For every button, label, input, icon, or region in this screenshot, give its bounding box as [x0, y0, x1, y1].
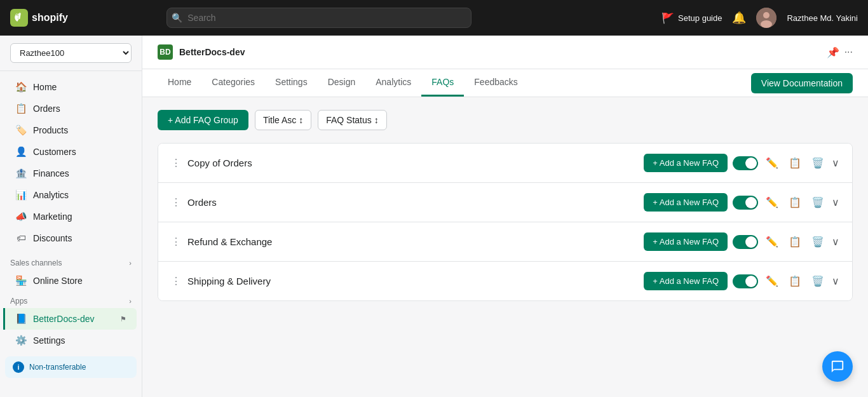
add-new-faq-button[interactable]: + Add a New FAQ: [644, 272, 728, 290]
sidebar-item-online-store[interactable]: 🏪 Online Store: [5, 270, 137, 292]
main-layout: Razthee100 🏠 Home 📋 Orders 🏷️ Products 👤…: [0, 36, 868, 397]
settings-icon: ⚙️: [15, 335, 27, 346]
copy-icon[interactable]: 📋: [786, 154, 804, 172]
table-row: ⋮ Shipping & Delivery + Add a New FAQ ✏️…: [158, 262, 852, 300]
faq-group-toggle[interactable]: [733, 274, 758, 288]
tab-settings[interactable]: Settings: [265, 69, 318, 97]
plugin-title-bar: BD BetterDocs-dev: [158, 36, 245, 69]
more-options-icon[interactable]: ···: [844, 46, 853, 58]
svg-point-2: [761, 20, 772, 28]
discounts-icon: 🏷: [15, 232, 27, 243]
add-new-faq-button[interactable]: + Add a New FAQ: [644, 154, 728, 172]
chevron-down-icon[interactable]: ∨: [832, 236, 839, 248]
top-nav-right: 🚩 Setup guide 🔔 Razthee Md. Yakini: [661, 8, 858, 28]
sidebar-label-marketing: Marketing: [33, 212, 72, 222]
edit-icon[interactable]: ✏️: [763, 194, 781, 211]
sidebar-nav: 🏠 Home 📋 Orders 🏷️ Products 👤 Customers …: [0, 71, 142, 253]
search-input[interactable]: [166, 8, 471, 28]
chevron-down-icon[interactable]: ∨: [832, 157, 839, 169]
sidebar-label-betterdocs: BetterDocs-dev: [33, 314, 94, 324]
chevron-down-icon[interactable]: ∨: [832, 275, 839, 287]
sales-channels-expand-icon[interactable]: ›: [129, 259, 132, 267]
sidebar-item-betterdocs[interactable]: 📘 BetterDocs-dev ⚑: [3, 308, 137, 330]
drag-handle-icon[interactable]: ⋮: [171, 236, 181, 248]
sidebar-item-settings[interactable]: ⚙️ Settings: [5, 330, 137, 351]
online-store-icon: 🏪: [15, 275, 27, 286]
chat-button[interactable]: [822, 351, 853, 382]
pin-icon[interactable]: 📌: [827, 46, 839, 58]
sidebar-label-products: Products: [33, 125, 68, 135]
setup-guide-button[interactable]: 🚩 Setup guide: [661, 12, 722, 24]
edit-icon[interactable]: ✏️: [763, 154, 781, 172]
sidebar-item-home[interactable]: 🏠 Home: [5, 76, 137, 98]
store-select[interactable]: Razthee100: [10, 43, 132, 63]
analytics-icon: 📊: [15, 189, 27, 201]
sidebar-label-finances: Finances: [33, 168, 69, 178]
delete-icon[interactable]: 🗑️: [809, 154, 827, 172]
search-icon: 🔍: [172, 13, 182, 23]
copy-icon[interactable]: 📋: [786, 273, 804, 290]
view-documentation-button[interactable]: View Documentation: [751, 73, 853, 93]
sidebar-label-customers: Customers: [33, 147, 76, 157]
tab-analytics[interactable]: Analytics: [365, 69, 421, 97]
add-faq-group-button[interactable]: + Add FAQ Group: [158, 110, 248, 130]
apps-expand-icon[interactable]: ›: [129, 297, 132, 305]
faq-status-dropdown[interactable]: FAQ Status ↕: [318, 110, 386, 130]
tab-categories[interactable]: Categories: [201, 69, 265, 97]
plugin-name: BetterDocs-dev: [179, 47, 245, 57]
customers-icon: 👤: [15, 146, 27, 158]
faq-group-name: Orders: [187, 197, 644, 208]
title-sort-dropdown[interactable]: Title Asc ↕: [255, 110, 311, 130]
faq-group-toggle[interactable]: [733, 156, 758, 170]
sidebar-item-products[interactable]: 🏷️ Products: [5, 119, 137, 141]
non-transferable-banner: i Non-transferable: [5, 356, 137, 378]
edit-icon[interactable]: ✏️: [763, 233, 781, 250]
marketing-icon: 📣: [15, 211, 27, 222]
sidebar-item-discounts[interactable]: 🏷 Discounts: [5, 227, 137, 248]
sidebar-label-discounts: Discounts: [33, 233, 72, 243]
copy-icon[interactable]: 📋: [786, 194, 804, 211]
bell-icon[interactable]: 🔔: [732, 11, 746, 25]
plugin-actions: 📌 ···: [827, 46, 853, 58]
add-new-faq-button[interactable]: + Add a New FAQ: [644, 193, 728, 212]
drag-handle-icon[interactable]: ⋮: [171, 157, 181, 169]
sidebar-item-analytics[interactable]: 📊 Analytics: [5, 184, 137, 206]
faq-group-toggle[interactable]: [733, 196, 758, 210]
orders-icon: 📋: [15, 103, 27, 114]
faq-groups-list: ⋮ Copy of Orders + Add a New FAQ ✏️ 📋 🗑️…: [158, 143, 853, 301]
faq-group-name: Refund & Exchange: [187, 236, 644, 247]
sidebar-item-marketing[interactable]: 📣 Marketing: [5, 206, 137, 227]
drag-handle-icon[interactable]: ⋮: [171, 275, 181, 287]
user-name: Razthee Md. Yakini: [787, 13, 858, 23]
store-selector[interactable]: Razthee100: [0, 36, 142, 71]
sidebar-item-customers[interactable]: 👤 Customers: [5, 141, 137, 163]
drag-handle-icon[interactable]: ⋮: [171, 196, 181, 208]
chevron-down-icon[interactable]: ∨: [832, 196, 839, 208]
group-actions: + Add a New FAQ ✏️ 📋 🗑️ ∨: [644, 193, 839, 212]
top-nav: shopify 🔍 🚩 Setup guide 🔔 Razthee Md. Ya…: [0, 0, 868, 36]
tab-faqs[interactable]: FAQs: [421, 69, 464, 97]
search-bar: 🔍: [166, 8, 471, 28]
home-icon: 🏠: [15, 81, 27, 93]
tab-nav: Home Categories Settings Design Analytic…: [142, 69, 868, 97]
tab-home[interactable]: Home: [158, 69, 201, 97]
delete-icon[interactable]: 🗑️: [809, 273, 827, 290]
sidebar-item-orders[interactable]: 📋 Orders: [5, 98, 137, 119]
products-icon: 🏷️: [15, 124, 27, 136]
tab-design[interactable]: Design: [318, 69, 366, 97]
add-new-faq-button[interactable]: + Add a New FAQ: [644, 232, 728, 251]
avatar: [756, 8, 776, 28]
sales-channels-label: Sales channels ›: [0, 253, 142, 270]
copy-icon[interactable]: 📋: [786, 233, 804, 250]
main-content: BD BetterDocs-dev 📌 ··· Home Categories …: [142, 36, 868, 397]
delete-icon[interactable]: 🗑️: [809, 233, 827, 250]
sidebar-label-home: Home: [33, 82, 57, 92]
delete-icon[interactable]: 🗑️: [809, 194, 827, 211]
sidebar-item-finances[interactable]: 🏦 Finances: [5, 163, 137, 184]
group-actions: + Add a New FAQ ✏️ 📋 🗑️ ∨: [644, 154, 839, 172]
faq-group-toggle[interactable]: [733, 235, 758, 249]
shopify-logo: shopify: [10, 9, 68, 27]
edit-icon[interactable]: ✏️: [763, 273, 781, 290]
content-area: + Add FAQ Group Title Asc ↕ FAQ Status ↕…: [142, 97, 868, 397]
tab-feedbacks[interactable]: Feedbacks: [464, 69, 527, 97]
